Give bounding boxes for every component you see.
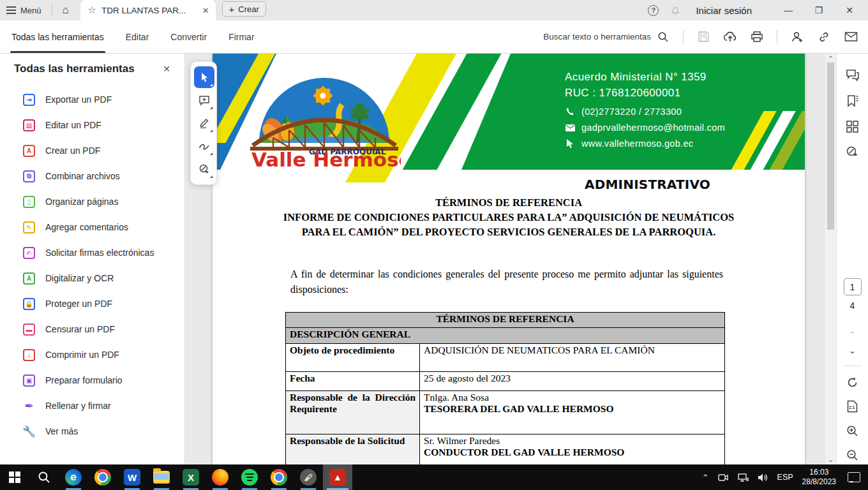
taskbar-acrobat-active[interactable]: ▲ <box>323 464 352 490</box>
taskbar-firefox[interactable] <box>206 464 235 490</box>
taskbar-word[interactable]: W <box>117 464 147 490</box>
tab-close-icon[interactable]: ✕ <box>202 6 209 15</box>
link-icon[interactable] <box>817 30 831 44</box>
taskbar-file-explorer[interactable] <box>147 464 176 490</box>
sign-in-button[interactable]: Iniciar sesión <box>696 5 752 16</box>
menu-button[interactable]: Menú <box>0 0 49 20</box>
tool-item-proteger-pdf[interactable]: 🔒Proteger un PDF <box>0 291 184 316</box>
home-button[interactable]: ⌂ <box>55 0 77 20</box>
tool-item-agregar-comentarios[interactable]: ✎Agregar comentarios <box>0 214 184 240</box>
tab-firmar[interactable]: Firmar <box>228 20 254 53</box>
start-button[interactable] <box>0 464 29 490</box>
add-comment-tool-button[interactable] <box>194 89 214 111</box>
highlight-tool-button[interactable] <box>194 112 214 134</box>
hamburger-icon <box>6 4 16 16</box>
sign-tool-button[interactable] <box>194 158 214 180</box>
zoom-out-button[interactable] <box>843 447 862 463</box>
print-icon[interactable] <box>750 30 764 44</box>
gimp-icon: 🖌 <box>300 469 317 486</box>
create-button[interactable]: + Crear <box>222 1 266 17</box>
organize-pages-icon: ▯ <box>23 196 35 208</box>
row-value: 25 de agosto del 2023 <box>420 372 725 391</box>
document-tab[interactable]: ☆ TDR LLANTAS PAR... ✕ <box>80 0 216 20</box>
tool-item-preparar-formulario[interactable]: ▣Preparar formulario <box>0 368 184 393</box>
tool-item-crear-pdf[interactable]: ACrear un PDF <box>0 138 184 163</box>
taskbar-chrome[interactable] <box>88 464 117 490</box>
tool-item-digitalizar-ocr[interactable]: ADigitalizar y OCR <box>0 265 184 291</box>
row-value-line2: TESORERA DEL GAD VALLE HERMOSO <box>424 403 721 415</box>
scrollbar-thumb[interactable] <box>827 63 834 230</box>
tool-item-exportar-pdf[interactable]: ⇥Exportar un PDF <box>0 87 184 112</box>
file-explorer-icon <box>153 471 170 484</box>
search-tools-button[interactable]: Buscar texto o herramientas <box>543 30 670 44</box>
select-tool-button[interactable] <box>194 66 214 88</box>
tool-item-organizar-paginas[interactable]: ▯Organizar páginas <box>0 189 184 214</box>
row-value-line1: Tnlga. Ana Sosa <box>424 392 489 403</box>
next-page-icon[interactable]: ⌄ <box>849 346 856 355</box>
window-minimize-button[interactable]: — <box>779 5 798 15</box>
redact-pdf-icon: ▬ <box>23 323 35 336</box>
draw-tool-button[interactable] <box>194 135 214 157</box>
volume-icon[interactable] <box>758 473 768 482</box>
word-icon: W <box>124 469 140 486</box>
scan-ocr-icon: A <box>23 272 35 285</box>
vertical-scrollbar[interactable]: ⌃ ⌄ <box>825 54 836 464</box>
scroll-down-icon[interactable]: ⌄ <box>825 456 836 463</box>
tools-panel-close-icon[interactable]: ✕ <box>163 64 170 74</box>
clock[interactable]: 16:03 28/8/2023 <box>802 468 836 487</box>
firefox-icon <box>212 469 228 486</box>
tool-item-censurar-pdf[interactable]: ▬Censurar un PDF <box>0 316 184 342</box>
signature-panel-button[interactable] <box>842 139 864 165</box>
pdf-page[interactable]: GAD PARROQUIAL Valle Hermoso Acuerdo Min… <box>213 54 805 464</box>
tab-todas-las-herramientas[interactable]: Todas las herramientas <box>11 20 104 53</box>
taskbar-edge[interactable]: e <box>59 464 88 490</box>
taskbar-gimp[interactable]: 🖌 <box>294 464 323 490</box>
tab-convertir[interactable]: Convertir <box>170 20 207 53</box>
tool-item-rellenar-firmar[interactable]: ✒Rellenar y firmar <box>0 393 184 419</box>
table-subheader: DESCRIPCIÓN GENERAL <box>286 328 725 344</box>
meet-now-icon[interactable] <box>718 473 729 482</box>
taskbar-spotify[interactable] <box>235 464 264 490</box>
tool-item-editar-pdf[interactable]: ▤Editar un PDF <box>0 112 184 138</box>
scroll-up-icon[interactable]: ⌃ <box>825 55 836 62</box>
previous-page-icon[interactable]: ⌃ <box>849 330 856 339</box>
tool-item-combinar-archivos[interactable]: ⧉Combinar archivos <box>0 163 184 189</box>
fit-page-button[interactable]: 1:1 <box>843 398 862 415</box>
page-thumbnails-button[interactable] <box>842 114 864 139</box>
date: 28/8/2023 <box>802 477 836 486</box>
document-canvas: GAD PARROQUIAL Valle Hermoso Acuerdo Min… <box>185 54 836 464</box>
divider <box>843 366 862 366</box>
notification-bell-icon[interactable] <box>670 5 680 15</box>
language-indicator[interactable]: ESP <box>777 473 793 482</box>
taskbar-excel[interactable]: X <box>176 464 206 490</box>
row-value: ADQUISICIÓN DE NEUMATICOS PARA EL CAMIÓN <box>420 344 725 372</box>
terms-table: TÉRMINOS DE REFERENCIA DESCRIPCIÓN GENER… <box>285 312 725 464</box>
spotify-icon <box>241 469 258 486</box>
tool-item-comprimir-pdf[interactable]: ↓Comprimir un PDF <box>0 342 184 368</box>
action-center-icon[interactable] <box>848 472 860 482</box>
document-paragraph: A fin de determinar las condiciones gene… <box>290 267 723 297</box>
row-value: Sr. Wilmer Paredes CONDUCTOR DEL GAD VAL… <box>420 434 725 465</box>
network-icon[interactable] <box>738 473 749 482</box>
taskbar-search-button[interactable] <box>29 464 59 490</box>
cloud-upload-icon[interactable] <box>723 30 737 44</box>
total-pages-label: 4 <box>850 301 855 311</box>
tab-editar[interactable]: Editar <box>126 20 149 53</box>
current-page-input[interactable]: 1 <box>844 278 862 295</box>
more-tools-icon: 🔧 <box>23 426 35 438</box>
rotate-page-button[interactable] <box>843 374 862 390</box>
acrobat-icon: ▲ <box>329 469 346 486</box>
window-close-button[interactable]: ✕ <box>840 5 859 15</box>
tool-item-ver-mas[interactable]: 🔧Ver más <box>0 419 184 444</box>
taskbar-chrome-profile[interactable] <box>264 464 294 490</box>
email-icon[interactable] <box>844 30 858 44</box>
tray-expand-icon[interactable]: ⌃ <box>702 473 709 482</box>
help-icon[interactable]: ? <box>648 5 659 16</box>
add-user-icon[interactable] <box>790 30 804 44</box>
star-icon[interactable]: ☆ <box>88 4 96 16</box>
window-restore-button[interactable]: ❐ <box>809 5 828 15</box>
zoom-in-button[interactable] <box>843 422 862 439</box>
tool-item-solicitar-firmas[interactable]: ✍Solicitar firmas electrónicas <box>0 240 184 265</box>
comments-panel-button[interactable] <box>842 63 864 88</box>
bookmarks-panel-button[interactable] <box>842 88 864 114</box>
